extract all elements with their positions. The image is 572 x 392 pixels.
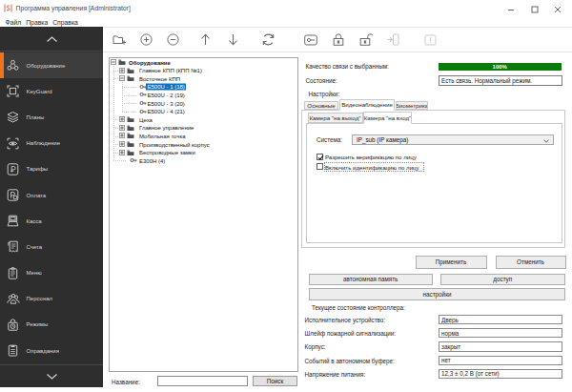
folder-icon	[127, 133, 134, 139]
expand-icon[interactable]	[119, 133, 125, 138]
payment-icon	[7, 189, 19, 201]
tab-0[interactable]: Основные	[304, 101, 338, 111]
keyguard-icon	[7, 85, 19, 97]
sidebar-item-оплата[interactable]: Оплата	[0, 182, 103, 208]
controller-state-title: Текущее состояние контроллера:	[312, 304, 405, 311]
tree-item-label[interactable]: Мобильная точка	[138, 133, 188, 139]
menu-list-icon	[7, 267, 19, 279]
tree-row-цеха[interactable]: Цеха	[110, 115, 297, 124]
search-input[interactable]	[157, 376, 248, 386]
sidebar-item-персонал[interactable]: Персонал	[0, 286, 103, 312]
cancel-button[interactable]: Отменить	[496, 256, 566, 269]
sidebar-scroll-down[interactable]	[0, 364, 103, 387]
tab-2[interactable]: Биометрика	[396, 101, 428, 111]
tree-connector-line	[113, 144, 118, 145]
menu-item-1[interactable]: Правка	[24, 19, 51, 26]
expand-icon[interactable]	[119, 150, 125, 155]
tree-row-e300h-4-[interactable]: E300H (4)	[110, 156, 297, 165]
sidebar-item-keyguard[interactable]: KeyGuard	[0, 78, 103, 104]
tree-item-label[interactable]: Производственный корпус	[138, 141, 212, 148]
sidebar-item-счета[interactable]: Счета	[0, 234, 103, 259]
system-combobox[interactable]: IP_sub (IP камера)	[352, 134, 554, 145]
tree-row-главное-кпп-кпп-1-[interactable]: Главное КПП (КПП №1)	[110, 66, 297, 74]
controller-row-value: нет	[439, 356, 562, 365]
tree-row-e500u-2-19-[interactable]: E500U - 2 (19)	[110, 91, 297, 99]
tree-row-e500u-1-18-[interactable]: E500U - 1 (18)	[110, 83, 297, 92]
tree-item-label[interactable]: Цеха	[138, 116, 154, 123]
tree-row-мобильная-точка[interactable]: Мобильная точка	[110, 132, 297, 140]
sidebar-item-касса[interactable]: Касса	[0, 208, 103, 234]
door-enter-icon	[387, 33, 399, 46]
tree-row-главное-управление[interactable]: Главное управление	[110, 124, 297, 133]
toolbar-refresh-button[interactable]	[260, 32, 276, 48]
system-combobox-value: IP_sub (IP камера)	[353, 136, 408, 143]
minimize-button[interactable]	[500, 0, 521, 18]
tree-row-производственный-корпус[interactable]: Производственный корпус	[110, 140, 297, 149]
access-button[interactable]: доступ	[440, 274, 566, 286]
toolbar-move-up-button[interactable]	[197, 32, 213, 48]
sidebar-item-планы[interactable]: Планы	[0, 104, 103, 130]
toolbar-add-item-button[interactable]	[138, 32, 153, 48]
sidebar-item-меню[interactable]: Меню	[0, 260, 103, 286]
expand-icon[interactable]	[119, 116, 125, 122]
toolbar-key-card-button[interactable]	[303, 32, 318, 48]
tree-item-label[interactable]: E500U - 4 (21)	[146, 108, 186, 114]
expand-icon[interactable]	[119, 125, 125, 131]
search-button[interactable]: Поиск	[253, 376, 297, 386]
maximize-button[interactable]	[524, 0, 545, 18]
expand-icon[interactable]	[119, 68, 125, 73]
sidebar-item-label: Оборудование	[27, 63, 66, 69]
tree-item-label[interactable]: E500U - 2 (19)	[146, 92, 186, 98]
tree-row-e500u-4-21-[interactable]: E500U - 4 (21)	[110, 107, 297, 115]
tree-item-label[interactable]: Главное управление	[138, 124, 195, 131]
toolbar-remove-item-button[interactable]	[165, 32, 180, 48]
tree-item-label[interactable]: E300H (4)	[138, 157, 167, 164]
tree-item-label[interactable]: Восточное КПП	[138, 75, 182, 82]
tree-item-label[interactable]: E500U - 3 (20)	[146, 100, 186, 107]
sidebar-item-режимы[interactable]: Режимы	[0, 312, 103, 338]
tree-item-label[interactable]: Беспроводные замки	[138, 149, 197, 155]
close-button[interactable]	[547, 0, 568, 18]
expand-icon[interactable]	[119, 141, 125, 147]
apply-button[interactable]: Применить	[416, 256, 487, 269]
identify-face-label: Включить идентификацию по лицу	[325, 164, 419, 171]
settings-label: Настройки:	[309, 91, 340, 97]
collapse-icon[interactable]	[119, 75, 125, 81]
tree-item-label[interactable]: E500U - 1 (18)	[146, 83, 186, 90]
sidebar-item-оборудование[interactable]: Оборудование	[0, 52, 103, 78]
sidebar-item-тарифы[interactable]: Тарифы	[0, 156, 103, 182]
tree-row-оборудование[interactable]: Оборудование	[110, 58, 297, 67]
sidebar-scroll-up[interactable]	[0, 27, 103, 52]
sidebar-item-оправдания[interactable]: Оправдания	[0, 338, 103, 363]
identify-face-checkbox[interactable]	[317, 163, 323, 170]
controller-row-label: Событий в автономном буфере:	[305, 358, 395, 364]
tree-row-восточное-кпп[interactable]: Восточное КПП	[110, 74, 297, 83]
controller-row-value: закрыт	[439, 341, 562, 351]
toolbar-unlock-button[interactable]	[358, 32, 374, 48]
menu-item-0[interactable]: Файл	[3, 19, 24, 26]
autonomous-memory-button[interactable]: автономная память	[309, 274, 433, 286]
menu-item-2[interactable]: Справка	[51, 19, 81, 26]
toolbar-add-group-button[interactable]	[112, 32, 127, 48]
subtab-0[interactable]: Камера "на выход"	[308, 113, 363, 123]
tree-row-e500u-3-20-[interactable]: E500U - 3 (20)	[110, 99, 297, 108]
verify-face-checkbox[interactable]	[317, 154, 323, 160]
tree-item-label[interactable]: Оборудование	[128, 59, 173, 66]
collapse-icon[interactable]	[111, 59, 116, 65]
tab-1[interactable]: Видеонаблюдение	[339, 99, 395, 111]
quality-label: Качество связи с выбранным:	[306, 63, 389, 70]
sidebar-item-label: Планы	[27, 114, 45, 120]
subtab-1[interactable]: Камера "на вход"	[363, 112, 412, 124]
sidebar-item-наблюдение[interactable]: Наблюдение	[0, 131, 103, 156]
tree-item-label[interactable]: Главное КПП (КПП №1)	[138, 67, 204, 73]
tree-row-беспроводные-замки[interactable]: Беспроводные замки	[110, 148, 297, 156]
folder-icon	[127, 67, 134, 73]
settings-button[interactable]: настройки	[309, 288, 565, 300]
refresh-icon	[262, 33, 275, 46]
sidebar-items: ОборудованиеKeyGuardПланыНаблюдениеТариф…	[0, 52, 103, 363]
toolbar-lock-button[interactable]	[331, 32, 346, 48]
system-label: Система:	[317, 136, 342, 143]
arrow-up-icon	[200, 33, 211, 46]
unlock-icon	[359, 33, 373, 46]
toolbar-move-down-button[interactable]	[225, 32, 240, 48]
